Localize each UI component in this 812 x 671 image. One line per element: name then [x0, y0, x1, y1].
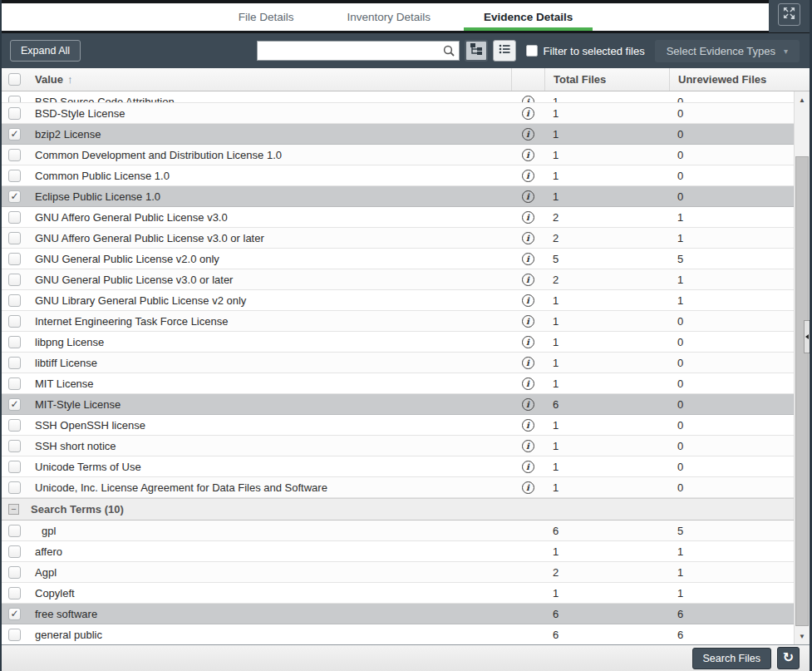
expand-panel-handle[interactable] — [804, 320, 810, 353]
row-unreviewed-files: 0 — [669, 91, 794, 103]
info-icon[interactable]: i — [522, 96, 534, 103]
tab-inventory-details[interactable]: Inventory Details — [345, 3, 432, 31]
info-icon[interactable]: i — [522, 170, 534, 182]
table-row[interactable]: gpl 6 5 — [2, 521, 794, 541]
table-row[interactable]: Copyleft 1 1 — [2, 583, 794, 604]
table-row[interactable]: Common Public License 1.0 i 1 0 — [2, 165, 794, 186]
search-files-button[interactable]: Search Files — [692, 648, 771, 669]
scroll-up-icon[interactable]: ▲ — [795, 93, 810, 106]
row-checkbox[interactable] — [8, 419, 21, 432]
group-row[interactable]: − Search Terms (10) — [2, 498, 794, 521]
info-icon[interactable]: i — [522, 232, 534, 244]
table-row[interactable]: ✓ free software 6 6 — [2, 604, 794, 624]
filter-to-selected-checkbox[interactable] — [526, 45, 538, 57]
row-checkbox[interactable] — [8, 587, 21, 599]
table-row[interactable]: Common Development and Distribution Lice… — [2, 145, 794, 165]
row-checkbox[interactable]: ✓ — [8, 398, 21, 411]
row-checkbox[interactable] — [8, 357, 21, 369]
info-icon[interactable]: i — [522, 149, 534, 161]
expand-all-button[interactable]: Expand All — [10, 40, 81, 62]
row-checkbox[interactable] — [8, 481, 21, 494]
row-checkbox[interactable] — [8, 461, 21, 473]
row-checkbox[interactable] — [8, 149, 21, 161]
row-checkbox[interactable] — [8, 294, 21, 307]
row-checkbox[interactable] — [8, 377, 21, 390]
list-view-button[interactable] — [493, 40, 516, 62]
tab-evidence-details[interactable]: Evidence Details — [482, 3, 574, 31]
row-value-cell: Copyleft — [27, 583, 511, 604]
info-icon[interactable]: i — [522, 336, 534, 348]
tab-file-details[interactable]: File Details — [237, 3, 296, 31]
row-checkbox[interactable] — [8, 274, 21, 286]
table-row[interactable]: ✓ Eclipse Public License 1.0 i 1 0 — [2, 186, 794, 207]
table-row[interactable]: BSD-Style License i 1 0 — [2, 103, 794, 124]
row-checkbox[interactable] — [8, 545, 21, 558]
table-row[interactable]: ✓ MIT-Style License i 6 0 — [2, 394, 794, 415]
row-value-label: Common Development and Distribution Lice… — [35, 149, 282, 161]
table-row[interactable]: MIT License i 1 0 — [2, 373, 794, 394]
table-row[interactable]: GNU General Public License v3.0 or later… — [2, 269, 794, 290]
search-input[interactable] — [257, 41, 460, 61]
scroll-down-icon[interactable]: ▼ — [795, 629, 810, 643]
table-row[interactable]: BSD Source Code Attribution i 1 0 — [2, 91, 794, 103]
table-row[interactable]: Internet Engineering Task Force License … — [2, 311, 794, 332]
row-checkbox[interactable] — [8, 629, 21, 641]
row-checkbox[interactable] — [8, 253, 21, 265]
info-icon[interactable]: i — [522, 440, 534, 452]
row-checkbox[interactable]: ✓ — [8, 190, 21, 203]
info-icon[interactable]: i — [522, 294, 534, 307]
column-header-value[interactable]: Value ↑ — [27, 73, 511, 86]
table-row[interactable]: SSH OpenSSH license i 1 0 — [2, 415, 794, 436]
maximize-button[interactable] — [778, 3, 800, 26]
row-checkbox[interactable] — [8, 211, 21, 224]
info-icon[interactable]: i — [522, 107, 534, 120]
row-value-label: general public — [35, 629, 102, 641]
row-checkbox[interactable] — [8, 170, 21, 182]
info-icon[interactable]: i — [522, 128, 534, 141]
column-header-total-files[interactable]: Total Files — [544, 68, 669, 91]
info-icon[interactable]: i — [522, 190, 534, 203]
select-all-checkbox[interactable] — [8, 73, 21, 86]
info-icon[interactable]: i — [522, 419, 534, 432]
table-row[interactable]: GNU General Public License v2.0 only i 5… — [2, 249, 794, 269]
table-row[interactable]: libtiff License i 1 0 — [2, 353, 794, 373]
info-icon[interactable]: i — [522, 461, 534, 473]
row-checkbox[interactable]: ✓ — [8, 608, 21, 620]
row-checkbox[interactable] — [8, 440, 21, 452]
scrollbar-thumb[interactable] — [795, 156, 809, 626]
row-checkbox[interactable] — [8, 336, 21, 348]
collapse-group-icon[interactable]: − — [8, 504, 19, 515]
table-row[interactable]: libpng License i 1 0 — [2, 332, 794, 353]
row-checkbox[interactable] — [8, 315, 21, 328]
vertical-scrollbar[interactable]: ▲ ▼ — [794, 91, 810, 644]
row-checkbox[interactable] — [8, 566, 21, 579]
row-checkbox[interactable] — [8, 96, 21, 103]
table-row[interactable]: GNU Library General Public License v2 on… — [2, 290, 794, 311]
row-checkbox[interactable] — [8, 525, 21, 537]
table-row[interactable]: ✓ bzip2 License i 1 0 — [2, 124, 794, 145]
table-row[interactable]: Unicode, Inc. License Agreement for Data… — [2, 477, 794, 498]
info-icon[interactable]: i — [522, 274, 534, 286]
row-checkbox[interactable] — [8, 107, 21, 120]
table-row[interactable]: general public 6 6 — [2, 624, 794, 644]
info-icon[interactable]: i — [522, 253, 534, 265]
table-row[interactable]: GNU Affero General Public License v3.0 o… — [2, 228, 794, 249]
table-row[interactable]: affero 1 1 — [2, 541, 794, 562]
row-checkbox[interactable]: ✓ — [8, 128, 21, 141]
row-value-label: GNU Affero General Public License v3.0 — [35, 211, 228, 224]
row-checkbox[interactable] — [8, 232, 21, 244]
refresh-button[interactable]: ↻ — [777, 647, 800, 669]
table-row[interactable]: Agpl 2 1 — [2, 562, 794, 583]
info-icon[interactable]: i — [522, 211, 534, 224]
tree-view-button[interactable] — [465, 40, 488, 62]
table-row[interactable]: Unicode Terms of Use i 1 0 — [2, 456, 794, 477]
select-evidence-types-button[interactable]: Select Evidence Types ▾ — [655, 40, 800, 62]
info-icon[interactable]: i — [522, 315, 534, 328]
info-icon[interactable]: i — [522, 398, 534, 411]
info-icon[interactable]: i — [522, 377, 534, 390]
column-header-unreviewed-files[interactable]: Unreviewed Files — [669, 68, 794, 91]
table-row[interactable]: SSH short notice i 1 0 — [2, 436, 794, 456]
info-icon[interactable]: i — [522, 481, 534, 494]
info-icon[interactable]: i — [522, 357, 534, 369]
table-row[interactable]: GNU Affero General Public License v3.0 i… — [2, 207, 794, 228]
